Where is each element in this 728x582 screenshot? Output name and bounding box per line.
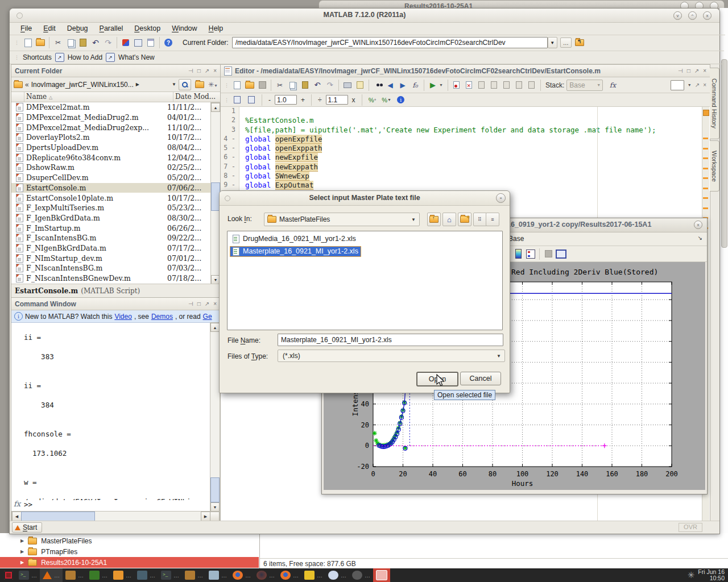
modified-line-marker[interactable]	[703, 188, 708, 189]
file-row[interactable]: F_IgenBkGrdData.m08/30/2...	[11, 213, 210, 223]
session-menu-icon[interactable]: ✳	[688, 570, 695, 580]
column-header-name[interactable]: Name △	[26, 93, 52, 101]
current-folder-dropdown-arrow[interactable]: ▼	[548, 37, 557, 48]
figure-menu-arrow-icon[interactable]: ↘	[698, 235, 702, 241]
code-line[interactable]: 7 -global newExppath	[221, 163, 702, 172]
goto-function-icon[interactable]: f₀	[409, 79, 421, 92]
publish-icon[interactable]: %+	[366, 94, 379, 106]
list-view-button[interactable]: ≡	[486, 213, 499, 226]
expand-triangle-icon[interactable]: ▶	[20, 549, 24, 554]
file-row[interactable]: F_NIgenBkGrdData.m07/17/2...	[11, 243, 210, 253]
code-line[interactable]: 2%EstartConsole.m	[221, 116, 702, 125]
taskbar-item-folder[interactable]: …	[63, 568, 86, 582]
copy-icon[interactable]	[286, 79, 299, 92]
modified-line-marker[interactable]	[703, 138, 708, 139]
background-scrollbar[interactable]	[721, 59, 727, 248]
undock-icon[interactable]: ↗	[205, 301, 209, 307]
redo-icon[interactable]: ↷	[102, 36, 114, 49]
line-number[interactable]: 4 -	[221, 135, 239, 144]
grid-view-button[interactable]: ⠿	[473, 213, 487, 226]
cut-icon[interactable]: ✂	[274, 79, 286, 92]
home-button[interactable]: ⌂	[442, 213, 456, 226]
menu-debug[interactable]: Debug	[62, 23, 93, 34]
line-number[interactable]: 7 -	[221, 163, 239, 172]
tree-item[interactable]: ▶PTmapFiles	[0, 546, 259, 557]
modified-line-marker[interactable]	[703, 168, 708, 169]
maximize-panel-icon[interactable]: □	[197, 68, 201, 74]
save-icon[interactable]	[256, 79, 268, 92]
up-folder-icon[interactable]: ↰	[573, 36, 586, 49]
menu-parallel[interactable]: Parallel	[94, 23, 129, 34]
help-icon[interactable]: ?	[162, 36, 175, 49]
file-row[interactable]: DMPexcel2mat_MediaDrug2exp...11/10/2...	[11, 122, 210, 132]
close-panel-icon[interactable]: ×	[703, 68, 706, 74]
fx-browser-icon[interactable]: fx	[606, 79, 619, 92]
insert-cell-divider-icon[interactable]	[245, 94, 258, 106]
editor-layout-box[interactable]	[671, 80, 684, 90]
taskbar-item-firefox[interactable]: …	[230, 568, 254, 582]
set-breakpoint-icon[interactable]	[450, 79, 463, 92]
close-button[interactable]: x	[703, 11, 712, 20]
current-folder-combobox[interactable]: /media/data/EASY/InovImager_jwrCF_WINLin…	[232, 37, 548, 48]
code-line[interactable]: 4 -global openExpfile	[221, 135, 702, 144]
undo-icon[interactable]: ↶	[89, 36, 102, 49]
line-number[interactable]: 3	[221, 126, 239, 135]
video-link[interactable]: Video	[114, 313, 131, 321]
shortcut-how-to-add[interactable]: How to Add	[68, 53, 102, 61]
divide-value-button[interactable]: ÷	[316, 96, 324, 104]
go-forward-icon[interactable]: ▶	[396, 79, 409, 92]
taskbar-item-firefox-dark[interactable]: …	[254, 568, 278, 582]
paste-icon[interactable]	[299, 79, 311, 92]
undock-icon[interactable]: ↗	[695, 82, 700, 88]
file-row[interactable]: DMPexcel2mat_MediaDrug2.m04/01/2...	[11, 113, 210, 123]
line-number[interactable]: 2	[221, 116, 239, 125]
code-line[interactable]: 8 -global SWnewExp	[221, 172, 702, 181]
menu-edit[interactable]: Edit	[38, 23, 61, 34]
open-file-icon[interactable]	[34, 36, 47, 49]
file-row[interactable]: F_ImStartup.m06/26/2...	[11, 223, 210, 233]
line-number[interactable]: 8 -	[221, 172, 239, 181]
undo-icon[interactable]: ↶	[311, 79, 324, 92]
up-one-level-button[interactable]: ↑	[427, 213, 441, 226]
code-line[interactable]: 6 -global newExpfile	[221, 153, 702, 162]
taskbar-item-app-s[interactable]: …	[325, 568, 349, 582]
address-back-chevrons[interactable]: «	[25, 81, 29, 89]
new-file-icon[interactable]	[22, 36, 34, 49]
dialog-close-button[interactable]: ×	[496, 193, 506, 203]
publish-options-icon[interactable]: %▼	[380, 94, 393, 106]
dialog-file-list[interactable]: DrugMedia_16_0921_MI_yor1-2.xlsMasterpla…	[227, 231, 503, 330]
value-field[interactable]: 1.0	[275, 95, 297, 105]
colorbar-icon[interactable]	[512, 248, 524, 260]
print-icon[interactable]	[341, 79, 354, 92]
multiply-value-button[interactable]: x	[350, 96, 358, 104]
file-status-indicator[interactable]	[703, 110, 709, 116]
getting-started-link[interactable]: Ge	[203, 313, 212, 321]
notes-icon[interactable]	[354, 79, 366, 92]
modified-line-marker[interactable]	[703, 207, 708, 209]
taskbar-item-matlab[interactable]: …	[40, 568, 63, 582]
exit-debug-icon[interactable]	[526, 79, 538, 92]
close-panel-icon[interactable]: ×	[213, 301, 217, 307]
plot-window-icon[interactable]	[555, 248, 567, 260]
increase-value-button[interactable]: +	[299, 96, 307, 104]
file-row[interactable]: F_IexpMultiTseries.m05/23/2...	[11, 203, 210, 213]
browse-folder-button[interactable]: …	[560, 38, 572, 48]
address-path[interactable]: InovImager_jwrCF_WINLinx150...	[31, 81, 134, 89]
new-folder-button[interactable]: ✶	[458, 213, 471, 226]
menu-file[interactable]: File	[15, 23, 37, 34]
taskbar-item-text-document[interactable]: …	[301, 568, 325, 582]
dock-icon[interactable]: ⊣	[188, 68, 193, 74]
fx-button[interactable]: fx	[14, 500, 20, 508]
tree-item[interactable]: ▶MasterPlateFiles	[0, 535, 259, 546]
go-back-icon[interactable]: ◀	[384, 79, 396, 92]
cut-icon[interactable]: ✂	[52, 36, 64, 49]
code-line[interactable]: 3%[file,path] = uiputfile('.mat','Create…	[221, 126, 702, 135]
line-number[interactable]: 5 -	[221, 144, 239, 153]
taskbar-item-folder[interactable]: …	[110, 568, 134, 582]
file-row[interactable]: F_NImStartup_dev.m07/01/2...	[11, 253, 210, 263]
step-out-icon[interactable]	[500, 79, 513, 92]
matlab-titlebar[interactable]: MATLAB 7.12.0 (R2011a) v ^ x	[10, 9, 719, 23]
insert-cell-icon[interactable]	[231, 94, 243, 106]
find-icon[interactable]	[371, 79, 384, 92]
command-window-header[interactable]: Command Window ⊣ □ ↗ ×	[11, 298, 220, 310]
